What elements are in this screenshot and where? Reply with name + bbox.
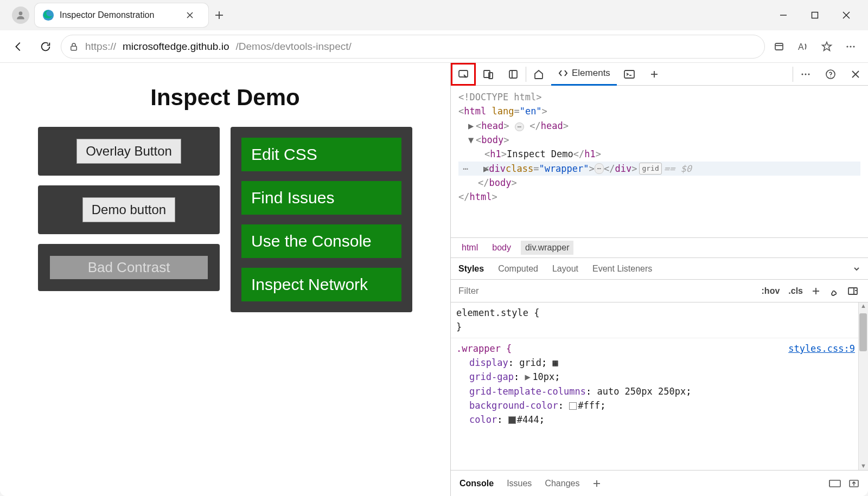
refresh-button[interactable]	[34, 35, 58, 59]
close-devtools-icon[interactable]	[843, 63, 868, 86]
dom-html: html	[464, 106, 486, 117]
dom-tree[interactable]: <!DOCTYPE html> <html lang="en"> ▶<head>…	[451, 86, 868, 237]
svg-rect-10	[71, 46, 77, 50]
tab-close-button[interactable]	[179, 4, 201, 26]
browser-tab[interactable]: Inspector Demonstration	[35, 3, 208, 27]
url-path: /Demos/devtools-inspect/	[235, 41, 351, 53]
wrapper-rule-selector[interactable]: .wrapper {	[456, 343, 512, 354]
rendered-page: Inspect Demo Overlay Button Demo button …	[0, 63, 450, 496]
help-icon[interactable]	[818, 63, 843, 86]
svg-rect-20	[509, 70, 517, 78]
titlebar: Inspector Demonstration	[0, 0, 868, 30]
maximize-button[interactable]	[801, 4, 829, 26]
overlay-button[interactable]: Overlay Button	[76, 139, 181, 164]
dom-body: body	[481, 134, 503, 145]
cls-toggle[interactable]: .cls	[784, 286, 807, 296]
selected-ref: == $0	[664, 162, 692, 176]
url-field[interactable]: https://microsoftedge.github.io/Demos/de…	[61, 35, 765, 59]
grid-badge[interactable]: grid	[639, 163, 661, 175]
row-actions-icon[interactable]: ⋯	[458, 162, 473, 176]
svg-point-16	[853, 46, 854, 47]
expand-drawer-icon[interactable]	[848, 479, 859, 488]
read-aloud-icon[interactable]: A	[792, 36, 814, 57]
device-emulation-icon[interactable]	[476, 63, 501, 86]
drawer-issues-tab[interactable]: Issues	[507, 479, 532, 488]
app-icon[interactable]	[768, 36, 790, 57]
subtabs-overflow-icon[interactable]	[853, 265, 860, 273]
crumb-wrapper[interactable]: div.wrapper	[521, 241, 574, 255]
more-tabs-icon[interactable]	[642, 63, 667, 86]
console-tab-icon[interactable]	[617, 63, 642, 86]
browser-window: Inspector Demonstration https://microsof…	[0, 0, 868, 496]
styles-filter-input[interactable]	[456, 286, 757, 297]
elements-tab[interactable]: Elements	[551, 63, 617, 86]
drawer-more-icon[interactable]	[592, 479, 601, 488]
subtab-computed[interactable]: Computed	[498, 264, 538, 274]
welcome-tab-icon[interactable]	[526, 63, 551, 86]
svg-rect-22	[624, 70, 634, 78]
svg-rect-17	[459, 70, 468, 77]
drawer-changes-tab[interactable]: Changes	[545, 479, 579, 488]
link-find-issues[interactable]: Find Issues	[241, 181, 401, 215]
subtab-styles[interactable]: Styles	[458, 264, 484, 274]
styles-toolbar: :hov .cls	[451, 280, 868, 302]
svg-point-27	[805, 73, 807, 75]
svg-rect-38	[829, 480, 840, 487]
demo-card: Demo button	[38, 185, 220, 234]
edge-favicon	[42, 9, 54, 21]
drawer-console-tab[interactable]: Console	[459, 479, 494, 488]
window-controls	[769, 4, 864, 26]
close-window-button[interactable]	[832, 4, 860, 26]
links-card: Edit CSS Find Issues Use the Console Ins…	[231, 127, 412, 312]
link-inspect-network[interactable]: Inspect Network	[241, 268, 401, 301]
link-use-console[interactable]: Use the Console	[241, 224, 401, 258]
url-scheme: https://	[85, 41, 116, 53]
inspect-element-icon[interactable]	[451, 63, 476, 86]
crumb-html[interactable]: html	[457, 241, 482, 255]
profile-avatar[interactable]	[12, 7, 29, 24]
minimize-button[interactable]	[769, 4, 797, 26]
back-button[interactable]	[7, 35, 30, 59]
element-style-selector[interactable]: element.style {	[456, 307, 540, 318]
subtab-event-listeners[interactable]: Event Listeners	[592, 264, 652, 274]
activity-bar-icon[interactable]	[501, 63, 526, 86]
more-menu-icon[interactable]	[840, 36, 861, 57]
devtools-drawer: Console Issues Changes	[451, 470, 868, 496]
dom-head: head	[481, 120, 503, 131]
computed-toggle-icon[interactable]	[843, 287, 863, 295]
bad-contrast-card: Bad Contrast	[38, 244, 220, 291]
devtools-toolbar: Elements	[451, 63, 868, 86]
link-edit-css[interactable]: Edit CSS	[241, 138, 401, 171]
elements-tab-label: Elements	[572, 68, 610, 79]
crumb-body[interactable]: body	[488, 241, 515, 255]
styles-scrollbar[interactable]: ▲ ▼	[858, 302, 868, 470]
subtab-layout[interactable]: Layout	[552, 264, 578, 274]
favorites-icon[interactable]	[816, 36, 838, 57]
svg-rect-11	[775, 43, 783, 50]
new-style-rule-icon[interactable]	[807, 287, 825, 295]
url-host: microsoftedge.github.io	[123, 41, 229, 53]
hov-toggle[interactable]: :hov	[757, 286, 784, 296]
page-heading: Inspect Demo	[11, 85, 439, 111]
tab-title: Inspector Demonstration	[60, 10, 174, 20]
svg-point-30	[830, 76, 831, 78]
new-tab-button[interactable]	[208, 4, 230, 26]
demo-button[interactable]: Demo button	[82, 197, 175, 222]
dock-side-icon[interactable]	[829, 479, 841, 488]
brush-icon[interactable]	[825, 286, 843, 296]
styles-panel[interactable]: element.style { } .wrapper { styles.css:…	[451, 302, 868, 470]
dom-breadcrumb: html body div.wrapper	[451, 237, 868, 258]
devtools-panel: Elements <!DOCTYPE html> <html lang="en"…	[450, 63, 868, 496]
svg-point-28	[808, 73, 810, 75]
svg-point-15	[850, 46, 851, 47]
content-area: Inspect Demo Overlay Button Demo button …	[0, 63, 868, 496]
svg-point-14	[846, 46, 848, 47]
dom-selected-row[interactable]: ⋯ ▶<div class="wrapper"> ⋯ </div> grid =…	[458, 162, 860, 176]
svg-point-0	[19, 11, 23, 15]
overlay-card: Overlay Button	[38, 127, 220, 176]
devtools-more-icon[interactable]	[793, 63, 818, 86]
grid-editor-icon[interactable]: ▦	[553, 357, 558, 368]
rule-source-link[interactable]: styles.css:9	[788, 342, 855, 356]
svg-rect-35	[848, 288, 857, 294]
address-bar: https://microsoftedge.github.io/Demos/de…	[0, 30, 868, 63]
